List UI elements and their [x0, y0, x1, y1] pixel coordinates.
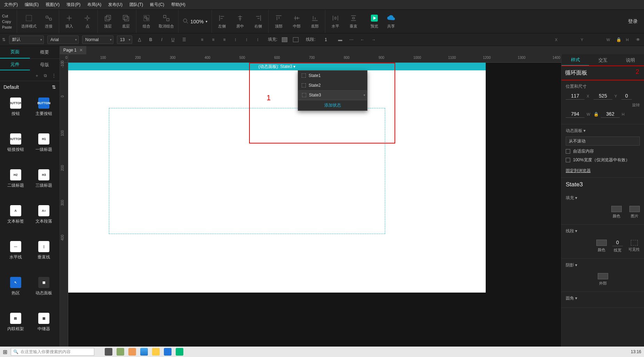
- fit-content-checkbox[interactable]: 自适应内容: [566, 148, 640, 154]
- size-w-input[interactable]: [566, 110, 585, 118]
- widget-按钮[interactable]: BUTTON按钮: [1, 98, 30, 126]
- top-layer-button[interactable]: 顶层: [102, 14, 114, 29]
- menu-edit[interactable]: 编辑(E): [23, 1, 40, 8]
- lock-aspect-icon[interactable]: 🔒: [594, 112, 599, 117]
- widget-二级标题[interactable]: H2二级标题: [1, 169, 30, 198]
- page-surface[interactable]: (动态面板): State3 ▾: [68, 63, 486, 293]
- bullet-list-button[interactable]: ☰: [180, 36, 188, 44]
- state-option-State1[interactable]: State1: [298, 71, 367, 80]
- visibility-toggle[interactable]: 👁: [634, 36, 642, 44]
- y-input[interactable]: [589, 37, 603, 42]
- underline-button[interactable]: U: [169, 36, 177, 44]
- line-visibility-button[interactable]: [631, 240, 638, 246]
- valign-top-button[interactable]: ⫶: [232, 36, 239, 44]
- widget-文本标签[interactable]: A文本标签: [1, 205, 30, 234]
- dynamic-panel-header[interactable]: (动态面板): State3 ▾: [68, 63, 486, 70]
- library-header[interactable]: Default ⇅: [0, 81, 59, 93]
- dynamic-panel-widget[interactable]: [109, 108, 385, 234]
- canvas-stage[interactable]: (动态面板): State3 ▾ 1 State1State2State3 添加…: [68, 63, 561, 347]
- widget-中继器[interactable]: ▦中继器: [30, 313, 58, 342]
- x-input[interactable]: [563, 37, 577, 42]
- taskbar-app-4[interactable]: [140, 348, 148, 356]
- pos-x-input[interactable]: [566, 92, 585, 100]
- font-size-select[interactable]: 13: [117, 36, 132, 44]
- page-tab[interactable]: Page 1 ✕: [60, 46, 86, 54]
- bottom-layer-button[interactable]: 底层: [120, 14, 132, 29]
- rotation-input[interactable]: [621, 92, 632, 100]
- fill-color-swatch-right[interactable]: [611, 206, 622, 212]
- widget-动态面板[interactable]: ▦动态面板: [30, 277, 58, 306]
- shadow-outer-swatch[interactable]: [598, 273, 608, 279]
- menu-publish[interactable]: 发布(U): [107, 1, 124, 8]
- copy-button[interactable]: Copy: [1, 19, 15, 24]
- widget-文本段落[interactable]: A≡文本段落: [30, 205, 58, 234]
- taskbar-app-3[interactable]: [128, 348, 136, 356]
- valign-bottom-button[interactable]: ⫶: [254, 36, 262, 44]
- menu-file[interactable]: 文件(F): [3, 1, 19, 8]
- tab-interactions[interactable]: 交互: [589, 54, 617, 66]
- start-button[interactable]: ⊞: [3, 349, 7, 355]
- widget-一级标题[interactable]: H1一级标题: [30, 133, 58, 162]
- tab-notes[interactable]: 说明: [617, 54, 644, 66]
- current-state-dropdown[interactable]: State3 ▾: [280, 64, 295, 69]
- line-arrow-left-button[interactable]: ←: [359, 36, 366, 44]
- add-icon[interactable]: ＋: [35, 73, 39, 79]
- line-arrow-right-button[interactable]: →: [370, 36, 377, 44]
- tab-masters[interactable]: 母版: [30, 59, 60, 70]
- widget-热区[interactable]: ↖热区: [1, 277, 30, 306]
- group-button[interactable]: 组合: [141, 14, 152, 29]
- align-left-button[interactable]: 左侧: [216, 14, 228, 29]
- menu-account[interactable]: 账号(C): [149, 1, 166, 8]
- line-width-input[interactable]: [319, 37, 333, 42]
- line-width-input-right[interactable]: [612, 239, 623, 246]
- taskbar-app-5[interactable]: [152, 348, 160, 356]
- login-button[interactable]: 登录: [622, 10, 644, 33]
- taskbar-search[interactable]: 🔍 在这里输入你要搜索的内容: [11, 348, 94, 356]
- widget-name-field[interactable]: 循环面板 2: [562, 66, 644, 80]
- widget-三级标题[interactable]: H3三级标题: [30, 169, 58, 198]
- widget-垂直线[interactable]: |垂直线: [30, 241, 58, 270]
- point-button[interactable]: 点: [81, 14, 93, 29]
- italic-button[interactable]: I: [158, 36, 166, 44]
- zoom-control[interactable]: 100% ▾: [183, 18, 207, 25]
- more-icon[interactable]: ⋮: [52, 73, 56, 78]
- valign-middle-button[interactable]: ⫶: [243, 36, 251, 44]
- taskbar-clock[interactable]: 13:16: [631, 349, 641, 354]
- align-center-h-button[interactable]: 居中: [234, 14, 246, 29]
- align-middle-button[interactable]: 中部: [291, 14, 303, 29]
- line-color-button[interactable]: ▬: [336, 36, 344, 44]
- cut-button[interactable]: Cut: [1, 14, 15, 18]
- tab-outline[interactable]: 概要: [30, 46, 60, 59]
- line-style-button[interactable]: ⋯: [348, 36, 355, 44]
- taskbar-app-6[interactable]: [164, 348, 172, 356]
- font-color-button[interactable]: [136, 36, 143, 44]
- pos-y-input[interactable]: [594, 92, 612, 100]
- text-align-left-button[interactable]: ≡: [198, 36, 206, 44]
- tab-style-right[interactable]: 样式: [562, 54, 589, 66]
- distribute-v-button[interactable]: 垂直: [348, 14, 359, 29]
- duplicate-icon[interactable]: ⧉: [44, 73, 47, 78]
- lock-aspect-button[interactable]: 🔒: [615, 36, 622, 44]
- widget-水平线[interactable]: —水平线: [1, 241, 30, 270]
- font-weight-select[interactable]: Normal: [82, 36, 113, 44]
- pin-to-browser-link[interactable]: 固定到浏览器: [566, 168, 591, 174]
- align-top-button[interactable]: 顶部: [273, 14, 285, 29]
- scroll-behavior-select[interactable]: 从不滚动: [566, 137, 640, 146]
- font-family-select[interactable]: Arial: [47, 36, 79, 44]
- tab-pages[interactable]: 页面: [0, 46, 30, 59]
- size-h-input[interactable]: [601, 110, 620, 118]
- menu-view[interactable]: 视图(V): [44, 1, 61, 8]
- state-option-State3[interactable]: State3: [298, 90, 367, 100]
- widget-链接按钮[interactable]: BUTTON链接按钮: [1, 133, 30, 162]
- align-bottom-button[interactable]: 底部: [309, 14, 321, 29]
- select-mode-button[interactable]: 选择模式: [21, 14, 37, 29]
- ungroup-button[interactable]: 取消组合: [159, 14, 174, 29]
- align-right-button[interactable]: 右侧: [252, 14, 264, 29]
- menu-team[interactable]: 团队(T): [128, 1, 144, 8]
- taskbar-app-1[interactable]: [105, 348, 112, 356]
- paste-button[interactable]: Paste: [1, 25, 15, 30]
- bold-button[interactable]: B: [147, 36, 154, 44]
- menu-project[interactable]: 项目(P): [65, 1, 82, 8]
- text-align-right-button[interactable]: ≡: [221, 36, 228, 44]
- style-preset-select[interactable]: 默认: [9, 36, 44, 44]
